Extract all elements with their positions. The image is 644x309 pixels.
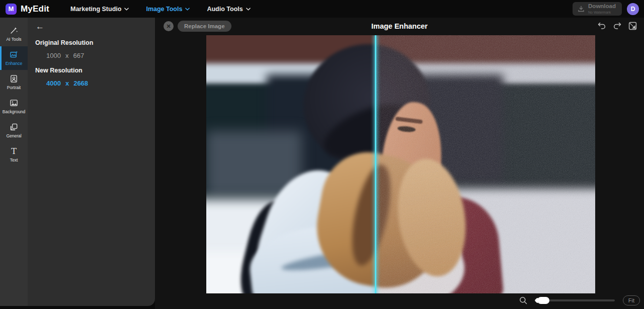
topbar-right: Download No Watermark D <box>573 2 644 16</box>
close-button[interactable]: ✕ <box>164 21 174 31</box>
original-resolution-value: 1000 x 667 <box>46 52 84 59</box>
sidebar-item-text[interactable]: T Text <box>0 143 28 167</box>
compare-before-after-button[interactable] <box>628 22 637 30</box>
sidebar-item-background[interactable]: Background <box>0 95 28 118</box>
letter-t-icon: T <box>11 147 17 156</box>
overlapping-squares-icon <box>10 123 18 131</box>
noise-grain-texture <box>376 35 595 293</box>
myedit-logo-icon: M <box>6 4 17 15</box>
zoom-slider[interactable] <box>535 297 615 304</box>
original-noisy-side <box>376 35 595 293</box>
download-icon <box>578 6 585 13</box>
resolution-separator: x <box>65 52 69 59</box>
sidebar-label-portrait: Portrait <box>7 85 21 90</box>
original-resolution-label: Original Resolution <box>35 39 93 46</box>
sidebar-item-general[interactable]: General <box>0 119 28 142</box>
top-bar: M MyEdit Marketing Studio Image Tools Au… <box>0 0 644 18</box>
download-sublabel: No Watermark <box>588 11 616 14</box>
chevron-down-icon <box>185 8 190 11</box>
replace-image-button[interactable]: Replace Image <box>178 21 231 32</box>
image-scene-icon <box>10 99 18 107</box>
magnifier-icon <box>519 296 527 304</box>
resolution-separator: x <box>65 80 69 87</box>
nav-image-tools[interactable]: Image Tools <box>146 6 190 13</box>
main-nav: Marketing Studio Image Tools Audio Tools <box>70 6 251 13</box>
zoom-slider-thumb[interactable] <box>537 297 549 304</box>
user-avatar[interactable]: D <box>627 3 639 15</box>
history-controls <box>597 22 637 30</box>
compare-icon <box>628 22 637 30</box>
image-sparkle-icon <box>10 50 18 59</box>
sidebar-label-background: Background <box>3 109 25 114</box>
myedit-logo-text: MyEdit <box>21 4 49 14</box>
chevron-down-icon <box>246 8 251 11</box>
nav-marketing-studio-label: Marketing Studio <box>70 6 121 13</box>
nav-image-tools-label: Image Tools <box>146 6 182 13</box>
original-height: 667 <box>73 52 84 59</box>
portrait-frame-icon <box>10 74 18 83</box>
sidebar-item-ai-tools[interactable]: AI Tools <box>0 22 28 46</box>
redo-button[interactable] <box>613 22 622 30</box>
magic-wand-icon <box>10 26 18 35</box>
sidebar-label-enhance: Enhance <box>6 61 23 66</box>
new-height: 2668 <box>73 80 88 87</box>
myedit-app: M MyEdit Marketing Studio Image Tools Au… <box>0 0 644 309</box>
new-resolution-value: 4000 x 2668 <box>46 80 88 87</box>
chevron-down-icon <box>124 8 129 11</box>
download-label: Download <box>588 4 616 10</box>
tool-sidebar: AI Tools Enhance Portrait Bac <box>0 18 28 306</box>
editor-canvas: Image Enhancer ✕ Replace Image <box>155 18 644 309</box>
sidebar-item-enhance[interactable]: Enhance <box>0 46 28 70</box>
fit-button[interactable]: Fit <box>623 295 640 305</box>
nav-marketing-studio[interactable]: Marketing Studio <box>70 6 129 13</box>
before-after-divider[interactable] <box>375 35 376 293</box>
sidebar-label-general: General <box>6 133 21 138</box>
redo-icon <box>613 22 622 30</box>
new-resolution-label: New Resolution <box>35 67 83 74</box>
original-width: 1000 <box>46 52 61 59</box>
nav-audio-tools[interactable]: Audio Tools <box>207 6 250 13</box>
enhance-options-panel: ← Original Resolution 1000 x 667 New Res… <box>28 18 155 306</box>
zoom-toolbar: Fit <box>519 294 640 306</box>
nav-audio-tools-label: Audio Tools <box>207 6 243 13</box>
image-preview[interactable] <box>206 35 595 293</box>
new-width: 4000 <box>46 80 61 87</box>
undo-icon <box>597 22 606 30</box>
undo-button[interactable] <box>597 22 606 30</box>
download-button[interactable]: Download No Watermark <box>573 2 622 16</box>
sidebar-label-ai-tools: AI Tools <box>6 37 21 42</box>
myedit-logo[interactable]: M MyEdit <box>0 4 65 15</box>
sidebar-label-text: Text <box>10 158 18 163</box>
back-button[interactable]: ← <box>36 22 44 32</box>
sidebar-item-portrait[interactable]: Portrait <box>0 70 28 94</box>
zoom-button[interactable] <box>519 296 527 304</box>
